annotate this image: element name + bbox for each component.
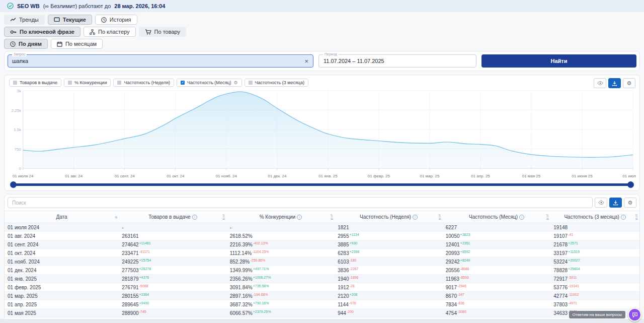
tab-trends[interactable]: Тренды xyxy=(4,15,45,25)
legend-label: % Конкуренции xyxy=(74,80,107,85)
delta-value: +2351 xyxy=(460,241,470,245)
delta-value: -1896 xyxy=(349,276,358,279)
filter-icon[interactable]: ≡ xyxy=(222,217,225,220)
mode-product[interactable]: По товару xyxy=(139,27,186,37)
delta-value: +20027 xyxy=(568,259,580,262)
tab-current[interactable]: Текущие xyxy=(48,15,92,25)
mode-keyword[interactable]: По ключевой фразе xyxy=(4,27,80,37)
legend-chip-2[interactable]: % Конкуренции xyxy=(64,79,111,87)
info-icon[interactable]: i xyxy=(297,215,302,220)
delta-value: -5911 xyxy=(568,276,577,279)
gear-icon[interactable]: ⚙ xyxy=(624,198,636,208)
delta-value: -28 xyxy=(349,284,354,288)
value-cell: 20556-8686 xyxy=(443,266,551,275)
column-header-1[interactable]: Дата≡ xyxy=(5,211,119,223)
query-input[interactable] xyxy=(8,58,300,64)
table-row[interactable]: 01 июля 2024--1821622719148 xyxy=(5,223,639,232)
eye-icon[interactable] xyxy=(594,78,606,88)
chart-area[interactable]: 3k2.25k1.5k7500 xyxy=(8,88,636,173)
legend-chip-1[interactable]: Товаров в выдаче xyxy=(9,79,61,87)
legend-chip-4[interactable]: ✓Частотность (Месяц)⚙ xyxy=(177,79,242,87)
slider-handle-right[interactable] xyxy=(627,181,634,188)
unchecked-checkbox-icon[interactable] xyxy=(68,81,72,85)
filter-icon[interactable]: ≡ xyxy=(331,217,333,220)
delta-value: -19141 xyxy=(568,284,579,288)
x-axis-tick: 01 дек. 24 xyxy=(268,174,286,178)
info-icon[interactable]: i xyxy=(621,215,626,220)
x-axis-tick: 01 июня 25 xyxy=(572,174,592,178)
filter-icon[interactable]: ≡ xyxy=(438,217,441,220)
seo-wb-page: { "colors": { "accent": "#1e3e95", "down… xyxy=(0,0,644,323)
tab-history[interactable]: История xyxy=(95,15,137,25)
delta-value: +9490 xyxy=(139,301,149,305)
value-cell: 3091.84%+735.58% xyxy=(227,283,335,292)
table-row[interactable]: 01 мая 2025288900-7456066.57%+2379.25%94… xyxy=(5,309,639,317)
date-cell: 01 апр. 2025 xyxy=(5,300,119,309)
slider-handle-left[interactable] xyxy=(10,181,17,188)
table-row[interactable]: 01 авг. 20242631612618.52%2955+113410050… xyxy=(5,232,639,240)
download-icon[interactable] xyxy=(609,198,622,208)
download-icon[interactable] xyxy=(608,78,621,88)
unchecked-checkbox-icon[interactable] xyxy=(13,81,17,85)
column-header-5[interactable]: Частотность (Месяц)i⇅≡ xyxy=(443,211,551,223)
granularity-months[interactable]: По месяцам xyxy=(51,39,103,49)
legend-chip-3[interactable]: Частотность (Неделя) xyxy=(113,79,174,87)
button-label: История xyxy=(110,17,131,23)
column-header-4[interactable]: Частотность (Неделя)i⇅≡ xyxy=(335,211,443,223)
toolbar-row-2: По ключевой фразеПо кластеруПо товару xyxy=(4,27,640,37)
granularity-days[interactable]: По дням xyxy=(4,39,48,49)
delta-value: -1104.25% xyxy=(252,250,269,253)
table-row[interactable]: 01 мар. 2025280155+33642897.16%-194.68%2… xyxy=(5,292,639,300)
table-row[interactable]: 01 дек. 2024277503+282781349.99%+497.71%… xyxy=(5,266,639,275)
info-icon[interactable]: i xyxy=(519,215,524,220)
table-row[interactable]: 01 янв. 2025281879+43762356.26%+1006.27%… xyxy=(5,275,639,283)
delta-value: +15754 xyxy=(139,259,151,262)
chat-icon[interactable] xyxy=(628,308,641,321)
value-cell: - xyxy=(227,223,335,232)
slider-track[interactable] xyxy=(11,183,633,186)
delta-value: -200 xyxy=(347,310,354,313)
chat-widget: Ответим на ваши вопросы xyxy=(569,308,641,321)
table-row[interactable]: 01 апр. 2025289645+94903687.32%+790.16%1… xyxy=(5,300,639,309)
info-icon[interactable]: i xyxy=(413,215,418,220)
table-row[interactable]: 01 нояб. 2024249225+15754852.28%-259.86%… xyxy=(5,257,639,266)
filter-icon[interactable]: ≡ xyxy=(115,216,117,219)
value-cell: 1112.14%-1104.25% xyxy=(227,249,335,257)
unchecked-checkbox-icon[interactable] xyxy=(249,81,253,85)
chat-tooltip: Ответим на ваши вопросы xyxy=(569,311,625,318)
frequency-history-table: Дата≡Товаров в выдачеi⇅≡% Конкуренцииi⇅≡… xyxy=(5,211,639,323)
column-header-3[interactable]: % Конкуренцииi⇅≡ xyxy=(227,211,335,223)
query-field[interactable]: Запрос × xyxy=(8,54,313,68)
table-row[interactable]: 01 окт. 2024233471-411711112.14%-1104.25… xyxy=(5,249,639,257)
table-row[interactable]: 01 сент. 2024274642+114812216.39%-402.13… xyxy=(5,240,639,249)
column-header-2[interactable]: Товаров в выдачеi⇅≡ xyxy=(119,211,227,223)
legend-chip-5[interactable]: Частотность (3 месяца) xyxy=(245,79,308,87)
gear-icon[interactable]: ⚙ xyxy=(623,78,635,88)
period-field[interactable]: Период 11.07.2024 – 11.07.2025 xyxy=(318,54,476,68)
unchecked-checkbox-icon[interactable] xyxy=(117,81,121,85)
range-slider[interactable] xyxy=(11,181,633,188)
table-search-input[interactable] xyxy=(8,197,593,208)
delta-value: -8593 xyxy=(460,276,469,279)
value-cell: 233471-41171 xyxy=(119,249,227,257)
filter-icon[interactable]: ≡ xyxy=(546,217,549,220)
value-cell: 2897.16%-194.68% xyxy=(227,292,335,300)
eye-icon[interactable] xyxy=(595,198,607,208)
table-row[interactable]: 01 февр. 2025276791-50883091.84%+735.58%… xyxy=(5,283,639,292)
gear-icon[interactable]: ⚙ xyxy=(233,80,237,85)
trend-icon xyxy=(10,17,16,22)
period-field-label: Период xyxy=(323,52,339,56)
y-axis-tick: 3k xyxy=(8,89,21,93)
value-cell: 249225+15754 xyxy=(119,257,227,266)
info-icon[interactable]: i xyxy=(192,215,197,220)
find-button[interactable]: Найти xyxy=(481,54,636,68)
column-header-6[interactable]: Частотность (3 месяца)i⇅≡ xyxy=(550,211,639,223)
y-axis-tick: 750 xyxy=(8,147,21,152)
clear-query-icon[interactable]: × xyxy=(300,58,313,64)
checked-checkbox-icon[interactable]: ✓ xyxy=(181,81,185,85)
mode-cluster[interactable]: По кластеру xyxy=(84,27,136,37)
delta-value: -259.86% xyxy=(250,259,265,262)
delta-value: -347 xyxy=(457,293,464,296)
filter-icon[interactable]: ≡ xyxy=(635,217,637,220)
value-cell: 4754-3080 xyxy=(443,309,551,317)
